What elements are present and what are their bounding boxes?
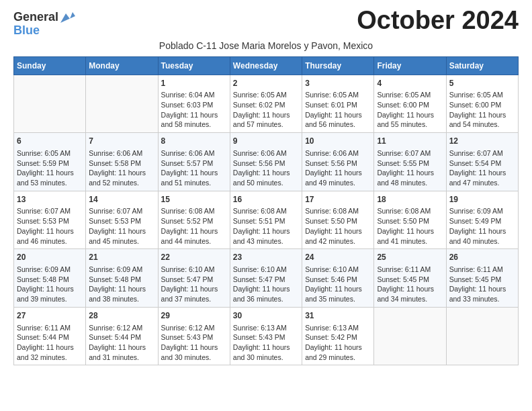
- calendar-cell: 20Sunrise: 6:09 AMSunset: 5:48 PMDayligh…: [14, 249, 86, 308]
- header-row: SundayMondayTuesdayWednesdayThursdayFrid…: [14, 56, 519, 75]
- day-of-week-header: Friday: [374, 56, 446, 75]
- calendar-cell: 25Sunrise: 6:11 AMSunset: 5:45 PMDayligh…: [374, 249, 446, 308]
- day-of-week-header: Saturday: [446, 56, 518, 75]
- calendar-week-row: 6Sunrise: 6:05 AMSunset: 5:59 PMDaylight…: [14, 133, 519, 191]
- day-number: 28: [89, 310, 154, 322]
- calendar-cell: 2Sunrise: 6:05 AMSunset: 6:02 PMDaylight…: [230, 75, 302, 133]
- day-number: 16: [233, 194, 299, 205]
- day-number: 11: [377, 136, 443, 147]
- calendar-week-row: 20Sunrise: 6:09 AMSunset: 5:48 PMDayligh…: [14, 249, 519, 308]
- calendar-cell: 22Sunrise: 6:10 AMSunset: 5:47 PMDayligh…: [158, 249, 230, 308]
- day-of-week-header: Thursday: [302, 56, 374, 75]
- day-number: 31: [305, 310, 371, 322]
- cell-content: Sunrise: 6:07 AMSunset: 5:54 PMDaylight:…: [449, 148, 515, 188]
- day-number: 24: [305, 252, 371, 263]
- day-number: 8: [161, 136, 227, 147]
- calendar-cell: 26Sunrise: 6:11 AMSunset: 5:45 PMDayligh…: [446, 249, 518, 308]
- cell-content: Sunrise: 6:10 AMSunset: 5:47 PMDaylight:…: [161, 265, 227, 304]
- cell-content: Sunrise: 6:13 AMSunset: 5:42 PMDaylight:…: [305, 323, 371, 363]
- calendar-cell: [446, 307, 518, 365]
- calendar-cell: 11Sunrise: 6:07 AMSunset: 5:55 PMDayligh…: [374, 133, 446, 191]
- calendar-cell: 5Sunrise: 6:05 AMSunset: 6:00 PMDaylight…: [446, 75, 518, 133]
- cell-content: Sunrise: 6:11 AMSunset: 5:44 PMDaylight:…: [17, 323, 83, 363]
- cell-content: Sunrise: 6:05 AMSunset: 6:01 PMDaylight:…: [305, 90, 371, 130]
- day-number: 19: [449, 194, 515, 205]
- day-number: 3: [305, 78, 371, 89]
- cell-content: Sunrise: 6:10 AMSunset: 5:46 PMDaylight:…: [305, 265, 371, 304]
- day-of-week-header: Sunday: [14, 56, 86, 75]
- cell-content: Sunrise: 6:10 AMSunset: 5:47 PMDaylight:…: [233, 265, 299, 304]
- calendar-cell: 16Sunrise: 6:08 AMSunset: 5:51 PMDayligh…: [230, 191, 302, 249]
- cell-content: Sunrise: 6:08 AMSunset: 5:52 PMDaylight:…: [161, 206, 227, 246]
- calendar-cell: 21Sunrise: 6:09 AMSunset: 5:48 PMDayligh…: [86, 249, 158, 308]
- calendar-week-row: 27Sunrise: 6:11 AMSunset: 5:44 PMDayligh…: [14, 307, 519, 365]
- calendar-cell: 13Sunrise: 6:07 AMSunset: 5:53 PMDayligh…: [14, 191, 86, 249]
- calendar-cell: 23Sunrise: 6:10 AMSunset: 5:47 PMDayligh…: [230, 249, 302, 308]
- calendar-cell: 24Sunrise: 6:10 AMSunset: 5:46 PMDayligh…: [302, 249, 374, 308]
- day-number: 13: [17, 194, 83, 205]
- day-of-week-header: Tuesday: [158, 56, 230, 75]
- day-number: 29: [161, 310, 227, 322]
- svg-marker-0: [60, 12, 75, 23]
- logo-blue: Blue: [13, 24, 40, 38]
- calendar-cell: 4Sunrise: 6:05 AMSunset: 6:00 PMDaylight…: [374, 75, 446, 133]
- day-number: 27: [17, 310, 83, 322]
- cell-content: Sunrise: 6:05 AMSunset: 6:00 PMDaylight:…: [377, 90, 443, 130]
- calendar-cell: 18Sunrise: 6:08 AMSunset: 5:50 PMDayligh…: [374, 191, 446, 249]
- calendar-cell: 12Sunrise: 6:07 AMSunset: 5:54 PMDayligh…: [446, 133, 518, 191]
- calendar-table: SundayMondayTuesdayWednesdayThursdayFrid…: [13, 56, 519, 366]
- logo: General Blue: [13, 7, 75, 38]
- cell-content: Sunrise: 6:13 AMSunset: 5:43 PMDaylight:…: [233, 323, 299, 363]
- calendar-cell: 14Sunrise: 6:07 AMSunset: 5:53 PMDayligh…: [86, 191, 158, 249]
- calendar-cell: 10Sunrise: 6:06 AMSunset: 5:56 PMDayligh…: [302, 133, 374, 191]
- cell-content: Sunrise: 6:07 AMSunset: 5:53 PMDaylight:…: [89, 206, 154, 246]
- calendar-cell: [86, 75, 158, 133]
- day-number: 14: [89, 194, 154, 205]
- cell-content: Sunrise: 6:09 AMSunset: 5:48 PMDaylight:…: [17, 265, 83, 304]
- day-number: 6: [17, 136, 83, 147]
- calendar-cell: 30Sunrise: 6:13 AMSunset: 5:43 PMDayligh…: [230, 307, 302, 365]
- day-number: 15: [161, 194, 227, 205]
- day-number: 5: [449, 78, 515, 89]
- cell-content: Sunrise: 6:06 AMSunset: 5:56 PMDaylight:…: [305, 148, 371, 188]
- calendar-cell: 9Sunrise: 6:06 AMSunset: 5:56 PMDaylight…: [230, 133, 302, 191]
- day-of-week-header: Monday: [86, 56, 158, 75]
- calendar-cell: 3Sunrise: 6:05 AMSunset: 6:01 PMDaylight…: [302, 75, 374, 133]
- day-number: 2: [233, 78, 299, 89]
- cell-content: Sunrise: 6:09 AMSunset: 5:48 PMDaylight:…: [89, 265, 154, 304]
- day-number: 21: [89, 252, 154, 263]
- calendar-cell: 17Sunrise: 6:08 AMSunset: 5:50 PMDayligh…: [302, 191, 374, 249]
- cell-content: Sunrise: 6:09 AMSunset: 5:49 PMDaylight:…: [449, 206, 515, 246]
- day-number: 26: [449, 252, 515, 263]
- calendar-cell: 19Sunrise: 6:09 AMSunset: 5:49 PMDayligh…: [446, 191, 518, 249]
- cell-content: Sunrise: 6:04 AMSunset: 6:03 PMDaylight:…: [161, 90, 227, 130]
- calendar-cell: 28Sunrise: 6:12 AMSunset: 5:44 PMDayligh…: [86, 307, 158, 365]
- day-number: 12: [449, 136, 515, 147]
- logo-general: General: [13, 11, 58, 24]
- logo-bird-icon: [60, 11, 75, 23]
- calendar-cell: 6Sunrise: 6:05 AMSunset: 5:59 PMDaylight…: [14, 133, 86, 191]
- day-number: 30: [233, 310, 299, 322]
- calendar-cell: 29Sunrise: 6:12 AMSunset: 5:43 PMDayligh…: [158, 307, 230, 365]
- calendar-cell: 31Sunrise: 6:13 AMSunset: 5:42 PMDayligh…: [302, 307, 374, 365]
- cell-content: Sunrise: 6:12 AMSunset: 5:44 PMDaylight:…: [89, 323, 154, 363]
- day-number: 23: [233, 252, 299, 263]
- calendar-cell: 7Sunrise: 6:06 AMSunset: 5:58 PMDaylight…: [86, 133, 158, 191]
- day-number: 22: [161, 252, 227, 263]
- day-of-week-header: Wednesday: [230, 56, 302, 75]
- calendar-cell: 15Sunrise: 6:08 AMSunset: 5:52 PMDayligh…: [158, 191, 230, 249]
- cell-content: Sunrise: 6:05 AMSunset: 6:00 PMDaylight:…: [449, 90, 515, 130]
- cell-content: Sunrise: 6:06 AMSunset: 5:57 PMDaylight:…: [161, 148, 227, 188]
- cell-content: Sunrise: 6:08 AMSunset: 5:50 PMDaylight:…: [305, 206, 371, 246]
- day-number: 4: [377, 78, 443, 89]
- day-number: 20: [17, 252, 83, 263]
- cell-content: Sunrise: 6:08 AMSunset: 5:50 PMDaylight:…: [377, 206, 443, 246]
- calendar-week-row: 1Sunrise: 6:04 AMSunset: 6:03 PMDaylight…: [14, 75, 519, 133]
- cell-content: Sunrise: 6:05 AMSunset: 6:02 PMDaylight:…: [233, 90, 299, 130]
- day-number: 25: [377, 252, 443, 263]
- month-title: October 2024: [357, 7, 519, 35]
- day-number: 18: [377, 194, 443, 205]
- day-number: 1: [161, 78, 227, 89]
- cell-content: Sunrise: 6:06 AMSunset: 5:56 PMDaylight:…: [233, 148, 299, 188]
- day-number: 9: [233, 136, 299, 147]
